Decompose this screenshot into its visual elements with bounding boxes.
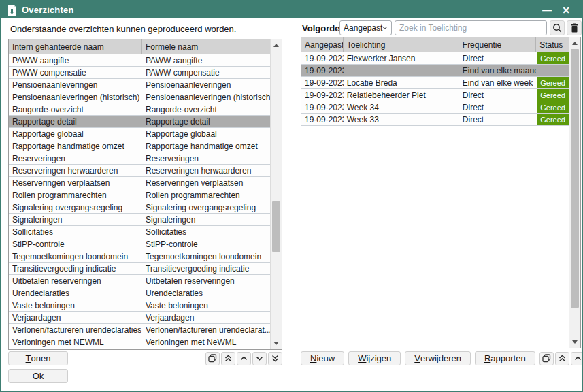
overzichten-table-header: Intern gehanteerde naam Formele naam [9, 39, 270, 54]
table-row[interactable]: Vaste beloningenVaste beloningen [9, 299, 270, 312]
table-row[interactable]: Signalering overgangsregelingSignalering… [9, 201, 270, 214]
table-cell: StiPP-controle [9, 238, 142, 250]
verwijderen-button[interactable]: Verwijderen [405, 351, 471, 365]
table-cell: Uitbetalen reserveringen [142, 275, 270, 287]
move-bottom-button[interactable] [268, 352, 282, 365]
table-row[interactable]: VerjaardagenVerjaardagen [9, 312, 270, 324]
table-row[interactable]: Verlonen/factureren urendeclaratiesVerlo… [9, 324, 270, 336]
move-top-button[interactable] [221, 352, 235, 365]
table-cell: Relatiebeheerder Piet [344, 89, 459, 101]
window-title: Overzichten [22, 5, 74, 15]
table-row[interactable]: Rangorde-overzichtRangorde-overzicht [9, 103, 270, 116]
table-cell: Pensioenaanleveringen [142, 79, 270, 91]
table-row[interactable]: Rapportage handmatige omzetRapportage ha… [9, 140, 270, 152]
table-row[interactable]: Tegemoetkomingen loondomeinTegemoetkomin… [9, 250, 270, 263]
table-cell: Sollicitaties [9, 226, 142, 238]
table-cell: Tegemoetkomingen loondomein [9, 250, 142, 262]
search-icon [552, 23, 562, 33]
table-cell: Reserveringen verplaatsen [9, 177, 142, 189]
volgorde-dropdown[interactable]: Aangepast [339, 20, 392, 35]
tonen-button[interactable]: Tonen [8, 351, 68, 365]
table-row[interactable]: 19-09-2023Relatiebeheerder PietDirectGer… [301, 89, 569, 101]
table-cell: Pensioenaanleveringen (historisch) [9, 91, 142, 103]
table-cell: Reserveringen verplaatsen [142, 177, 270, 189]
table-cell: Urendeclaraties [9, 287, 142, 299]
table-row[interactable]: SollicitatiesSollicitaties [9, 226, 270, 238]
move-top-button[interactable] [555, 352, 569, 365]
table-row[interactable]: UrendeclaratiesUrendeclaraties [9, 287, 270, 299]
table-cell: Reserveringen herwaarderen [142, 165, 270, 176]
overzichten-table-scrollbar[interactable] [270, 39, 282, 349]
move-up-button[interactable] [571, 352, 583, 365]
close-button[interactable]: ✕ [556, 3, 576, 18]
column-header-frequentie[interactable]: Frequentie [459, 37, 536, 52]
scrollbar-thumb[interactable] [571, 49, 579, 308]
table-cell: 19-09-2023 [301, 89, 344, 101]
table-cell: Week 34 [344, 101, 459, 113]
scroll-up-icon[interactable] [271, 40, 282, 50]
clear-search-button[interactable] [567, 20, 582, 35]
table-row[interactable]: Uitbetalen reserveringenUitbetalen reser… [9, 275, 270, 287]
search-button[interactable] [550, 20, 565, 35]
duplicate-button[interactable] [205, 352, 220, 365]
column-header-formele-naam[interactable]: Formele naam [142, 39, 270, 54]
table-row[interactable]: 19-09-2023Week 34DirectGereed [301, 101, 569, 114]
table-row[interactable]: StiPP-controleStiPP-controle [9, 238, 270, 250]
minimize-button[interactable]: — [537, 3, 556, 18]
table-row[interactable]: PensioenaanleveringenPensioenaanlevering… [9, 79, 270, 91]
scroll-down-icon[interactable] [569, 337, 580, 347]
rapporten-button[interactable]: Rapporten [475, 351, 535, 365]
table-row[interactable]: SignaleringenSignaleringen [9, 214, 270, 226]
column-header-aangepast[interactable]: Aangepast [301, 37, 344, 52]
table-cell: PAWW aangifte [142, 54, 270, 66]
table-row[interactable]: Rapportage detailRapportage detail [9, 116, 270, 128]
move-down-button[interactable] [252, 352, 267, 365]
move-up-button[interactable] [237, 352, 251, 365]
table-cell [536, 65, 569, 76]
scroll-down-icon[interactable] [271, 338, 282, 348]
nieuw-button[interactable]: Nieuw [301, 351, 344, 365]
table-cell: PAWW aangifte [9, 54, 142, 66]
copy-icon [542, 354, 551, 363]
table-row[interactable]: Pensioenaanleveringen (historisch)Pensio… [9, 91, 270, 103]
table-row[interactable]: ReserveringenReserveringen [9, 152, 270, 165]
search-input[interactable] [395, 20, 547, 35]
left-move-icon-group [205, 352, 282, 365]
table-cell: Reserveringen [9, 152, 142, 164]
column-header-toelichting[interactable]: Toelichting [344, 37, 459, 52]
table-cell: Rapportage detail [142, 116, 270, 127]
table-cell: Direct [459, 52, 536, 64]
table-row[interactable]: Reserveringen verplaatsenReserveringen v… [9, 177, 270, 189]
table-cell: PAWW compensatie [142, 67, 270, 78]
table-row[interactable]: PAWW aangiftePAWW aangifte [9, 54, 270, 67]
table-row[interactable]: 19-09-2023Eind van elke maand [301, 65, 569, 77]
table-row[interactable]: 19-09-2023Flexwerker JansenDirectGereed [301, 52, 569, 65]
table-row[interactable]: Rollen programmarechtenRollen programmar… [9, 189, 270, 201]
table-row[interactable]: 19-09-2023Locatie BredaEind van elke wee… [301, 77, 569, 89]
geplande-overzichten-header: Aangepast Toelichting Frequentie Status [301, 37, 569, 52]
titlebar: Overzichten — ✕ [1, 1, 582, 18]
double-chevron-up-icon [559, 355, 566, 362]
wijzigen-button[interactable]: Wijzigen [348, 351, 401, 365]
geplande-overzichten-body: 19-09-2023Flexwerker JansenDirectGereed1… [301, 52, 569, 348]
table-cell: Verjaardagen [142, 312, 270, 323]
table-row[interactable]: Verloningen met NEWMLVerloningen met NeW… [9, 336, 270, 348]
ok-button[interactable]: Ok [8, 369, 68, 383]
geplande-overzichten-scrollbar[interactable] [569, 37, 580, 348]
volgorde-label: Volgorde [302, 23, 339, 33]
table-cell: Direct [459, 114, 536, 125]
duplicate-button[interactable] [539, 352, 554, 365]
table-row[interactable]: 19-09-2023Week 33DirectGereed [301, 114, 569, 126]
table-cell: Rollen programmarechten [142, 189, 270, 201]
table-row[interactable]: Transitievergoeding indicatieTransitieve… [9, 263, 270, 275]
copy-icon [208, 354, 217, 363]
table-row[interactable]: PAWW compensatiePAWW compensatie [9, 67, 270, 79]
table-cell: Signaleringen [142, 214, 270, 225]
table-row[interactable]: Rapportage globaalRapportage globaal [9, 128, 270, 140]
table-cell: Signaleringen [9, 214, 142, 225]
column-header-intern-naam[interactable]: Intern gehanteerde naam [9, 39, 142, 54]
column-header-status[interactable]: Status [536, 37, 569, 52]
scrollbar-thumb[interactable] [272, 201, 280, 252]
scroll-up-icon[interactable] [569, 38, 580, 48]
table-row[interactable]: Reserveringen herwaarderenReserveringen … [9, 165, 270, 177]
